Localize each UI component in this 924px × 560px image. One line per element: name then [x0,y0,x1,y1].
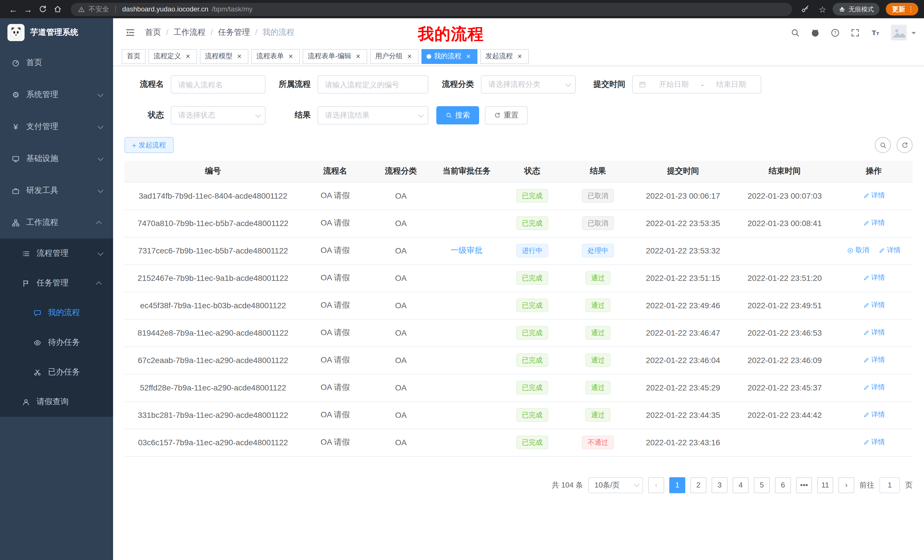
cell-current-task [433,346,500,374]
breadcrumb-item-task-mgmt: 任务管理 [206,27,250,38]
status-select[interactable]: 请选择状态 [171,106,266,124]
forward-button[interactable]: → [21,2,35,16]
page-button[interactable]: ••• [796,477,812,493]
user-menu[interactable] [890,24,916,41]
detail-link[interactable]: 详情 [862,410,885,420]
tab[interactable]: 流程定义 × [148,49,197,64]
tab[interactable]: 首页 × [122,49,146,64]
close-icon[interactable]: × [235,52,243,60]
column-header-end-time: 结束时间 [734,161,835,182]
filter-label-definition: 所属流程 [266,79,318,90]
header-search-button[interactable] [786,23,805,42]
column-header-status: 状态 [500,161,564,182]
breadcrumb-item-current: 我的流程 [250,27,295,38]
cell-status: 已完成 [500,401,564,429]
briefcase-icon [11,186,20,195]
toggle-search-button[interactable] [875,137,891,153]
sidebar-item-process-mgmt[interactable]: 流程管理 [0,239,113,268]
page-button[interactable]: 4 [733,477,748,493]
help-button[interactable] [826,23,844,42]
detail-link[interactable]: 详情 [862,273,885,283]
detail-link[interactable]: 详情 [862,383,885,392]
sidebar-item-done-tasks[interactable]: 已办任务 [0,357,113,387]
tab[interactable]: 我的流程 × [422,49,477,64]
update-browser-button[interactable]: 更新 ⋮ [886,3,918,15]
start-date-placeholder[interactable]: 开始日期 [650,79,698,90]
close-icon[interactable]: × [286,52,295,60]
detail-link[interactable]: 详情 [862,328,885,338]
page-button[interactable]: 1 [669,477,685,493]
close-icon[interactable]: × [464,52,472,60]
github-button[interactable] [806,23,825,42]
app-title: 芋道管理系统 [30,27,78,38]
password-key-button[interactable] [798,2,812,16]
detail-link[interactable]: 详情 [862,301,885,310]
page-button[interactable]: 11 [817,477,833,493]
address-bar[interactable]: 不安全 dashboard.yudao.iocoder.cn/bpm/task/… [71,3,792,16]
sidebar-item-pay[interactable]: ¥ 支付管理 [0,111,113,143]
refresh-table-button[interactable] [897,137,913,153]
close-icon[interactable]: × [184,52,192,60]
sidebar-item-infra[interactable]: 基础设施 [0,143,113,175]
result-select[interactable]: 请选择流结果 [318,106,428,124]
sidebar: 芋道管理系统 首页 ⚙ 系统管理 ¥ 支付管理 [0,18,113,560]
category-select[interactable]: 请选择流程分类 [481,75,576,94]
sidebar-item-leave-query[interactable]: 请假查询 [0,387,113,417]
chevron-down-icon [98,250,104,256]
create-process-button[interactable]: + 发起流程 [124,137,173,153]
next-page-button[interactable]: › [838,477,854,493]
home-button[interactable] [50,2,65,16]
process-name-input[interactable] [171,75,266,94]
sidebar-item-home[interactable]: 首页 [0,47,113,79]
caret-down-icon [911,32,916,36]
page-button[interactable]: 6 [775,477,791,493]
font-size-button[interactable] [866,23,885,42]
sidebar-item-system[interactable]: ⚙ 系统管理 [0,79,113,111]
end-date-placeholder[interactable]: 结束日期 [707,79,755,90]
tab[interactable]: 用户分组 × [370,49,418,64]
sidebar-item-devtools[interactable]: 研发工具 [0,175,113,207]
breadcrumb-item-home[interactable]: 首页 [145,27,161,38]
cell-current-task [433,429,500,456]
process-definition-input[interactable] [318,75,428,94]
tab[interactable]: 流程模型 × [200,49,248,64]
goto-page-input[interactable] [879,477,900,493]
close-icon[interactable]: × [405,52,414,60]
cell-submit-time: 2022-01-22 23:53:35 [632,210,734,237]
page-button[interactable]: 5 [754,477,770,493]
detail-link[interactable]: 详情 [862,219,885,228]
reload-button[interactable] [35,2,50,16]
fullscreen-button[interactable] [846,23,865,42]
close-icon[interactable]: × [354,52,362,60]
sidebar-item-todo-tasks[interactable]: 待办任务 [0,328,113,357]
table-row: 67c2eaab-7b9a-11ec-a290-acde48001122 OA … [124,346,913,374]
submit-time-range-picker[interactable]: 开始日期 - 结束日期 [632,75,761,94]
cell-category: OA [369,182,433,210]
cancel-link[interactable]: 取消 [847,246,869,256]
sidebar-item-task-mgmt[interactable]: 任务管理 [0,268,113,298]
detail-link[interactable]: 详情 [862,355,885,365]
bookmark-star-button[interactable]: ☆ [819,5,826,13]
tab[interactable]: 流程表单-编辑 × [303,49,367,64]
page-size-select[interactable]: 10条/页 [588,477,643,493]
reset-button[interactable]: 重置 [485,106,528,124]
prev-page-button[interactable]: ‹ [648,477,664,493]
plus-icon: + [132,141,136,149]
sidebar-toggle-button[interactable] [121,23,140,42]
tab[interactable]: 发起流程 × [480,49,529,64]
page-button[interactable]: 3 [711,477,728,493]
detail-link[interactable]: 详情 [862,191,885,201]
process-table: 编号 流程名 流程分类 当前审批任务 状态 结果 提交时间 结束时间 操作 [124,161,913,457]
cell-actions: 取消 详情 [835,346,913,374]
detail-link[interactable]: 详情 [878,246,901,256]
page-button[interactable]: 2 [690,477,706,493]
back-button[interactable]: ← [6,2,21,16]
detail-link[interactable]: 详情 [862,437,885,447]
sidebar-item-workflow[interactable]: 工作流程 [0,207,113,239]
current-task-link[interactable]: 一级审批 [451,246,483,255]
search-button[interactable]: 搜索 [436,106,479,124]
cell-id: 2152467e-7b9b-11ec-9a1b-acde48001122 [124,264,302,292]
close-icon[interactable]: × [516,52,524,60]
sidebar-item-my-process[interactable]: 我的流程 [0,298,113,328]
tab[interactable]: 流程表单 × [251,49,300,64]
